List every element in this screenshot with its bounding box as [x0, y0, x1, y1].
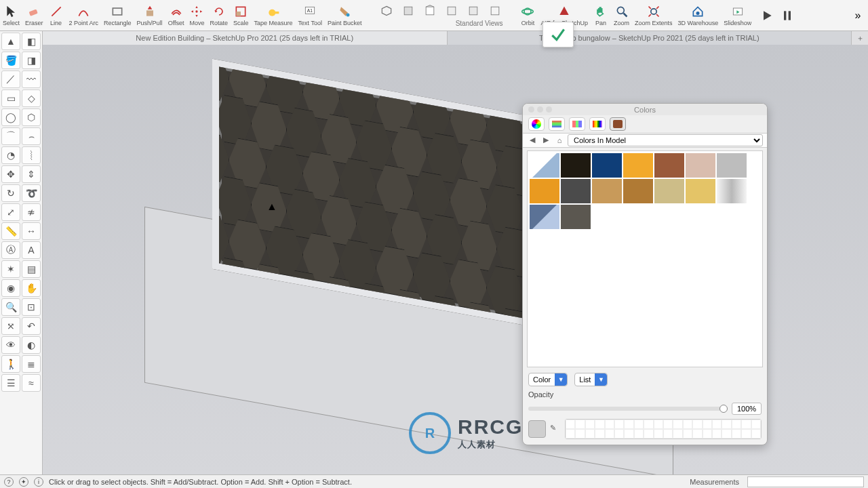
custom-well[interactable]	[741, 420, 751, 429]
custom-well[interactable]	[566, 420, 575, 429]
3d-warehouse-button[interactable]: 3D Warehouse	[675, 0, 722, 30]
instructor-icon[interactable]: ✦	[19, 477, 28, 487]
material-library-select[interactable]: Colors In Model	[568, 134, 763, 146]
custom-well[interactable]	[575, 420, 585, 429]
toolbar-overflow-icon[interactable]: »	[848, 0, 868, 30]
measurements-input[interactable]	[747, 476, 864, 487]
toolbox-lookaround-button[interactable]: ◐	[22, 336, 41, 354]
pan-button[interactable]: Pan	[591, 0, 611, 30]
colors-tab-spectrum[interactable]	[589, 117, 606, 131]
nav-back-icon[interactable]: ◀	[527, 135, 538, 146]
custom-well[interactable]	[741, 429, 751, 439]
view-iso-button[interactable]	[376, 2, 397, 20]
toolbox-prev-button[interactable]: ↶	[22, 317, 41, 335]
custom-well[interactable]	[624, 429, 633, 439]
custom-well[interactable]	[722, 429, 731, 439]
custom-color-wells[interactable]	[565, 419, 762, 439]
toolbox-soften-button[interactable]: ≈	[22, 374, 41, 392]
toolbox-text-button[interactable]: Ⓐ	[1, 241, 20, 259]
geolocation-icon[interactable]: i	[34, 477, 43, 487]
eyedropper-icon[interactable]: ✎	[550, 424, 561, 434]
view-top-button[interactable]	[398, 2, 418, 20]
toolbox-select-button[interactable]: ▲	[1, 33, 20, 50]
custom-well[interactable]	[751, 420, 761, 429]
toolbox-sectionplane-button[interactable]: ▤	[22, 260, 41, 278]
swatch-navy[interactable]	[591, 152, 623, 178]
custom-well[interactable]	[732, 420, 741, 429]
custom-well[interactable]	[614, 420, 624, 429]
zoom-extents-button[interactable]: Zoom Extents	[632, 0, 675, 30]
paint-bucket-button[interactable]: Paint Bucket	[325, 0, 365, 30]
custom-well[interactable]	[605, 420, 614, 429]
nav-home-icon[interactable]: ⌂	[554, 135, 565, 146]
floating-check-panel[interactable]	[542, 22, 574, 47]
orbit-button[interactable]: Orbit	[517, 0, 538, 30]
toolbox-tape-button[interactable]: 📏	[1, 222, 20, 240]
toolbox-zoomwin-button[interactable]: ⊡	[22, 298, 41, 316]
add-document-tab[interactable]: ＋	[852, 31, 868, 45]
custom-well[interactable]	[634, 420, 644, 429]
play-button[interactable]	[757, 7, 777, 24]
text-tool-button[interactable]: A1Text Tool	[296, 0, 325, 30]
view-right-button[interactable]	[441, 2, 462, 20]
toolbox-scale-button[interactable]: ⤢	[1, 203, 20, 221]
2-point-arc-button[interactable]: 2 Point Arc	[66, 0, 102, 30]
toolbox-position-button[interactable]: 👁	[1, 336, 20, 354]
custom-well[interactable]	[692, 420, 702, 429]
toolbox-layers-button[interactable]: ≣	[22, 355, 41, 373]
toolbox-2ptarc-button[interactable]: ⌢	[22, 127, 41, 145]
swatch-black-brown[interactable]	[560, 152, 591, 178]
custom-well[interactable]	[595, 420, 604, 429]
custom-well[interactable]	[673, 429, 682, 439]
select-button[interactable]: Select	[0, 0, 22, 30]
view-back-button[interactable]	[463, 2, 484, 20]
current-color-swatch[interactable]	[528, 420, 546, 438]
window-traffic-lights[interactable]	[528, 106, 552, 113]
swatch-default[interactable]	[529, 152, 560, 178]
swatch-dark-gray[interactable]	[560, 178, 591, 204]
toolbox-axes-button[interactable]: ✶	[1, 260, 20, 278]
offset-button[interactable]: Offset	[165, 0, 187, 30]
custom-well[interactable]	[712, 429, 722, 439]
toolbox-zoom-button[interactable]: 🔍	[1, 298, 20, 316]
custom-well[interactable]	[624, 420, 633, 429]
toolbox-styles-button[interactable]: ◧	[22, 33, 41, 50]
view-front-button[interactable]	[420, 2, 440, 20]
custom-well[interactable]	[683, 429, 692, 439]
swatch-light-gray[interactable]	[716, 152, 747, 178]
custom-well[interactable]	[732, 429, 741, 439]
toolbox-offset-button[interactable]: ≉	[22, 203, 41, 221]
custom-well[interactable]	[585, 420, 595, 429]
pause-button[interactable]	[777, 7, 797, 24]
custom-well[interactable]	[614, 429, 624, 439]
toolbox-zoomext-button[interactable]: ⤧	[1, 317, 20, 335]
push/pull-button[interactable]: Push/Pull	[134, 0, 165, 30]
custom-well[interactable]	[712, 420, 722, 429]
scale-button[interactable]: Scale	[231, 0, 252, 30]
document-tab[interactable]: New Edition Building – SketchUp Pro 2021…	[43, 31, 448, 45]
swatch-amber[interactable]	[623, 152, 654, 178]
custom-well[interactable]	[663, 429, 673, 439]
swatch-orange[interactable]	[529, 178, 560, 204]
swatch-wood-light[interactable]	[591, 178, 623, 204]
toolbox-circle-button[interactable]: ◯	[1, 108, 20, 126]
help-icon[interactable]: ?	[4, 477, 14, 487]
custom-well[interactable]	[703, 420, 712, 429]
rotate-button[interactable]: Rotate	[208, 0, 231, 30]
rectangle-button[interactable]: Rectangle	[101, 0, 134, 30]
custom-well[interactable]	[683, 420, 692, 429]
swatch-clay[interactable]	[654, 152, 685, 178]
toolbox-paint-button[interactable]: 🪣	[1, 52, 20, 69]
zoom-button[interactable]: Zoom	[611, 0, 632, 30]
toolbox-pie-button[interactable]: ◔	[1, 146, 20, 164]
opacity-slider[interactable]	[528, 407, 728, 411]
custom-well[interactable]	[692, 429, 702, 439]
custom-well[interactable]	[566, 429, 575, 439]
toolbox-rect-button[interactable]: ▭	[1, 89, 20, 107]
toolbox-orbit-button[interactable]: ◉	[1, 279, 20, 297]
custom-well[interactable]	[644, 420, 653, 429]
swatch-metal[interactable]	[716, 178, 747, 204]
toolbox-3dtext-button[interactable]: A	[22, 241, 41, 259]
view-left-button[interactable]	[485, 2, 505, 20]
custom-well[interactable]	[585, 429, 595, 439]
